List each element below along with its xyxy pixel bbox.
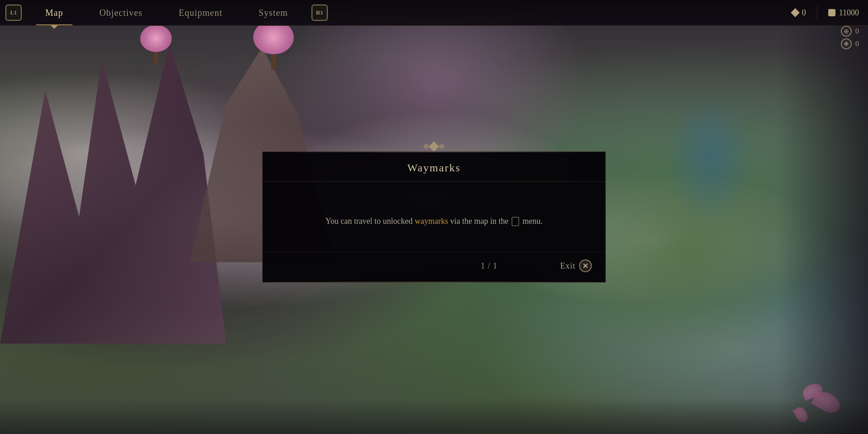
r1-badge[interactable]: R1 [311, 5, 328, 21]
l1-badge[interactable]: L1 [5, 5, 22, 21]
globe-icon: ⊕ [841, 26, 852, 37]
top-navigation: L1 Map Objectives Equipment System R1 0 … [0, 0, 868, 26]
pink-tree-left [140, 25, 172, 66]
tree-trunk [271, 54, 276, 70]
diamond-currency: 0 [792, 8, 806, 18]
dialog-text-pre: You can travel to unlocked [326, 217, 415, 226]
diamond-icon [791, 8, 800, 17]
exit-button[interactable]: Exit ✕ [560, 259, 592, 272]
dialog-text-highlight: waymarks [415, 217, 448, 226]
terrain-water [665, 90, 755, 226]
waymarks-dialog: Waymarks You can travel to unlocked waym… [262, 151, 606, 283]
tab-system[interactable]: System [241, 0, 306, 25]
tree-canopy [140, 25, 172, 52]
nav-secondary: ⊕ 0 ❋ 0 [841, 26, 859, 49]
diamond-value: 0 [802, 8, 806, 18]
tab-map[interactable]: Map [27, 0, 81, 25]
stop-icon [828, 9, 835, 16]
dialog-footer: 1 / 1 Exit ✕ [263, 252, 605, 282]
crystal-value: 0 [855, 40, 859, 48]
currency-divider [817, 6, 817, 19]
page-total: 1 [493, 261, 498, 270]
page-separator: / [488, 261, 491, 270]
ornament-diamond-sm-right [439, 143, 445, 150]
dialog-body-text: You can travel to unlocked waymarks via … [326, 215, 543, 228]
dialog-title-bar: Waymarks [263, 152, 605, 182]
tab-active-arrow [51, 25, 58, 29]
dialog-text-end: menu. [523, 217, 543, 226]
nav-currency-area: 0 11000 [792, 6, 868, 19]
dialog-content: You can travel to unlocked waymarks via … [263, 182, 605, 252]
crystal-icon: ❋ [841, 38, 852, 49]
tab-objectives[interactable]: Objectives [81, 0, 161, 25]
dialog-top-line [263, 152, 605, 152]
tree-trunk [154, 52, 158, 66]
ornament-diamond-main [429, 142, 439, 152]
stop-value: 11000 [839, 8, 859, 18]
page-indicator: 1 / 1 [418, 261, 560, 271]
stop-currency: 11000 [828, 8, 859, 18]
tab-equipment[interactable]: Equipment [160, 0, 241, 25]
dialog-title: Waymarks [276, 162, 592, 174]
nav-tabs: Map Objectives Equipment System [27, 0, 306, 25]
dialog-ornament [424, 143, 444, 150]
crystal-row: ❋ 0 [841, 38, 859, 49]
globe-row: ⊕ 0 [841, 26, 859, 37]
menu-icon-inline [512, 217, 519, 226]
page-current: 1 [481, 261, 485, 270]
exit-label: Exit [560, 261, 576, 271]
dialog-text-post: via the map in the [448, 217, 508, 226]
globe-value: 0 [855, 27, 859, 35]
dialog-bottom-line [263, 282, 605, 282]
pink-tree-center [253, 20, 294, 70]
exit-circle-icon: ✕ [579, 259, 592, 272]
